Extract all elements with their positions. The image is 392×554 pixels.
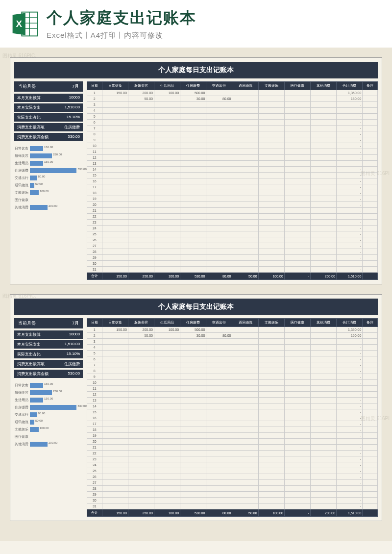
data-cell <box>363 90 378 96</box>
data-cell <box>206 220 232 226</box>
date-cell: 24 <box>87 462 102 468</box>
chart-category-label: 生活用品 <box>14 161 30 166</box>
date-cell: 4 <box>87 108 102 114</box>
data-cell <box>180 439 206 445</box>
data-cell <box>310 108 336 114</box>
data-cell <box>128 339 154 345</box>
data-cell <box>128 202 154 208</box>
table-row: 12- <box>87 392 378 398</box>
date-cell: 19 <box>87 433 102 439</box>
data-cell <box>102 108 128 114</box>
data-cell: 1,350.00 <box>337 327 363 333</box>
data-cell <box>154 214 180 220</box>
data-cell <box>206 208 232 214</box>
total-cell: 1,510.00 <box>337 273 363 280</box>
table-header: 服饰美容 <box>128 319 154 327</box>
chart-value-label: 150.00 <box>44 382 53 385</box>
table-header: 日期 <box>87 319 102 327</box>
data-cell: 1,350.00 <box>337 90 363 96</box>
data-cell <box>284 173 310 178</box>
data-cell <box>102 143 128 149</box>
data-cell <box>363 386 378 392</box>
data-cell <box>258 184 284 190</box>
data-cell <box>284 178 310 184</box>
data-cell <box>232 243 258 249</box>
data-cell <box>363 486 378 492</box>
date-cell: 11 <box>87 386 102 392</box>
data-cell <box>363 474 378 480</box>
data-cell <box>310 498 336 504</box>
total-cell: - <box>284 273 310 280</box>
data-cell <box>258 439 284 445</box>
data-cell <box>363 208 378 214</box>
total-cell: 100.00 <box>154 509 180 517</box>
data-cell <box>258 161 284 167</box>
data-cell <box>284 474 310 480</box>
date-cell: 9 <box>87 137 102 143</box>
table-header: 日期 <box>87 82 102 90</box>
chart-category-label: 医疗健康 <box>14 198 30 202</box>
date-cell: 7 <box>87 362 102 368</box>
data-cell <box>128 380 154 386</box>
table-header: 其他消费 <box>310 82 336 90</box>
data-cell <box>128 421 154 427</box>
chart-bar-row: 生活用品 150.00 <box>14 161 83 166</box>
data-cell <box>206 126 232 131</box>
data-cell: - <box>337 243 363 249</box>
data-cell <box>206 427 232 433</box>
date-cell: 12 <box>87 392 102 398</box>
data-cell <box>310 261 336 267</box>
data-cell <box>310 386 336 392</box>
data-cell <box>154 190 180 196</box>
data-cell <box>310 427 336 433</box>
data-cell <box>206 226 232 231</box>
data-cell <box>154 492 180 498</box>
data-cell <box>232 178 258 184</box>
date-cell: 30 <box>87 261 102 267</box>
data-cell <box>232 231 258 237</box>
data-cell <box>363 462 378 468</box>
summary-label: 本月支出预算 <box>17 332 41 337</box>
data-cell <box>284 261 310 267</box>
data-cell <box>363 226 378 231</box>
chart-value-label: 530.00 <box>77 168 86 171</box>
data-cell <box>102 392 128 398</box>
date-cell: 24 <box>87 226 102 231</box>
data-cell <box>154 421 180 427</box>
total-row: 合计150.00250.00100.00530.0080.0050.00100.… <box>87 509 378 517</box>
chart-bar-row: 通讯物流 50.00 <box>14 183 83 188</box>
data-cell <box>232 173 258 178</box>
data-cell: - <box>337 468 363 474</box>
date-cell: 3 <box>87 102 102 108</box>
table-row: 20- <box>87 439 378 445</box>
table-row: 8- <box>87 368 378 374</box>
data-cell: - <box>337 202 363 208</box>
date-cell: 15 <box>87 173 102 178</box>
date-cell: 30 <box>87 498 102 504</box>
table-row: 15- <box>87 409 378 415</box>
data-cell: - <box>337 149 363 155</box>
data-cell <box>232 190 258 196</box>
data-cell: 200.00 <box>128 327 154 333</box>
date-cell: 27 <box>87 243 102 249</box>
data-cell <box>363 445 378 451</box>
table-row: 5- <box>87 351 378 356</box>
date-cell: 7 <box>87 126 102 131</box>
table-row: 3- <box>87 102 378 108</box>
data-cell <box>258 220 284 226</box>
data-cell <box>232 102 258 108</box>
date-cell: 28 <box>87 249 102 255</box>
date-cell: 5 <box>87 351 102 356</box>
chart-value-label: 150.00 <box>44 146 53 149</box>
data-cell: - <box>337 190 363 196</box>
data-cell <box>258 90 284 96</box>
data-cell <box>232 392 258 398</box>
data-cell <box>310 231 336 237</box>
data-cell <box>180 190 206 196</box>
data-cell <box>102 415 128 421</box>
chart-category-label: 文教娱乐 <box>14 190 30 195</box>
data-cell <box>363 96 378 102</box>
data-cell <box>180 255 206 261</box>
data-cell <box>363 155 378 161</box>
data-cell <box>154 131 180 137</box>
